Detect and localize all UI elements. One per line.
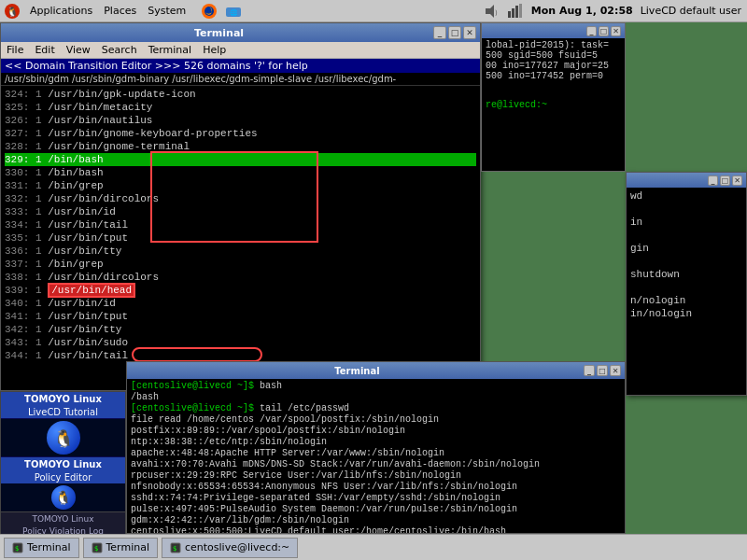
rt-line-4	[630, 229, 742, 242]
main-terminal-title: Terminal	[5, 27, 433, 39]
bt-line-pulse: pulse:x:497:495:PulseAudio System Daemon…	[131, 504, 621, 515]
edit-menu[interactable]: Edit	[29, 42, 60, 58]
taskbar-terminal-3[interactable]: $ centoslive@livecd:~	[162, 538, 298, 558]
tomoyo-tutorial-subheader: LiveCD Tutorial	[1, 406, 125, 419]
terminal-icon-2: $	[92, 542, 103, 553]
right-terminal-window: _ □ ✕ wd in gin shutdown n/nologin in/no…	[626, 172, 747, 396]
term-line-339: 339: 1 /usr/bin/head	[5, 284, 476, 297]
tomoyo-editor-header: TOMOYO Linux	[1, 456, 125, 471]
window-controls: _ □ ✕	[433, 26, 476, 39]
main-terminal-titlebar[interactable]: Terminal _ □ ✕	[1, 23, 480, 42]
svg-text:$: $	[94, 545, 98, 553]
clock: Mon Aug 1, 02:58	[531, 5, 633, 17]
places-menu[interactable]: Places	[98, 0, 142, 21]
taskbar-terminal-2[interactable]: $ Terminal	[83, 538, 159, 558]
svg-marker-6	[486, 5, 494, 18]
rt-minimize[interactable]: _	[708, 175, 718, 186]
term-line-336: 336: 1 /usr/bin/tty	[5, 245, 476, 258]
term-line-330: 330: 1 /bin/bash	[5, 166, 476, 179]
tomoyo-panel: TOMOYO Linux LiveCD Tutorial 🐧 TOMOYO Li…	[0, 391, 126, 536]
rt-line-2	[630, 203, 742, 216]
domain-bar: << Domain Transition Editor >>> 526 doma…	[1, 59, 480, 73]
tomoyo-tutorial-icon[interactable]: 🐧	[47, 421, 80, 455]
taskbar-label-1: Terminal	[27, 541, 71, 553]
bt-line-bash: [centoslive@livecd ~]$ bash	[131, 381, 621, 392]
taskbar-label-2: Terminal	[106, 541, 150, 553]
bt-line-ntp: ntp:x:38:38::/etc/ntp:/sbin/nologin	[131, 437, 621, 448]
system-menu[interactable]: System	[142, 0, 191, 21]
search-menu[interactable]: Search	[96, 42, 143, 58]
svg-text:$: $	[15, 545, 19, 553]
firefox-icon[interactable]	[199, 1, 219, 21]
bt-line-avahi: avahi:x:70:70:Avahi mDNS/DNS-SD Stack:/v…	[131, 459, 621, 470]
tomoyo-editor-icon-area: 🐧	[1, 483, 125, 511]
term-line-334: 334: 1 /usr/bin/tail	[5, 218, 476, 231]
network-status-icon[interactable]	[507, 3, 524, 20]
info-minimize[interactable]: _	[586, 26, 597, 36]
network-icon[interactable]: 🌐	[223, 1, 244, 21]
info-line-6: re@livecd:~	[486, 100, 621, 110]
info-line-3: 00 ino=177627 major=25	[486, 61, 621, 71]
term-line-324: 324: 1 /usr/bin/gpk-update-icon	[5, 88, 476, 101]
rt-line-5: gin	[630, 242, 742, 255]
right-terminal-content[interactable]: wd in gin shutdown n/nologin in/nologin	[627, 188, 746, 395]
taskbar-label-3: centoslive@livecd:~	[185, 541, 289, 553]
help-menu[interactable]: Help	[197, 42, 232, 58]
applications-menu[interactable]: Applications	[24, 0, 98, 21]
term-line-327: 327: 1 /usr/bin/gnome-keyboard-propertie…	[5, 127, 476, 140]
rt-maximize[interactable]: □	[720, 175, 730, 186]
tomoyo-violation-label: TOMOYO Linux	[1, 511, 125, 525]
taskbar-terminal-1[interactable]: $ Terminal	[4, 538, 79, 558]
tomoyo-tutorial-header: TOMOYO Linux	[1, 392, 125, 406]
term-line-342: 342: 1 /usr/bin/tty	[5, 323, 476, 336]
term-line-325: 325: 1 /usr/bin/metacity	[5, 101, 476, 114]
info-line-4: 500 ino=177452 perm=0	[486, 71, 621, 81]
maximize-button[interactable]: □	[448, 26, 461, 39]
tomoyo-editor-label[interactable]: Policy Editor	[1, 471, 125, 483]
bt-maximize[interactable]: □	[597, 365, 608, 376]
term-line-343: 343: 1 /usr/bin/sudo	[5, 336, 476, 349]
taskbar-right: ) Mon Aug 1, 02:58 LiveCD default user	[483, 3, 747, 20]
term-line-340: 340: 1 /usr/bin/id	[5, 297, 476, 310]
term-line-328: 328: 1 /usr/bin/gnome-terminal	[5, 140, 476, 153]
bt-minimize[interactable]: _	[584, 365, 595, 376]
info-close[interactable]: ✕	[611, 26, 621, 36]
svg-rect-8	[508, 11, 511, 18]
close-button[interactable]: ✕	[463, 26, 476, 39]
tomoyo-tutorial-icon-area: 🐧	[1, 419, 125, 456]
term-line-333: 333: 1 /usr/bin/id	[5, 205, 476, 218]
svg-text:$: $	[173, 545, 176, 553]
view-menu[interactable]: View	[61, 42, 96, 58]
bottom-terminal-content[interactable]: [centoslive@livecd ~]$ bash /bash [cento…	[127, 379, 625, 533]
svg-text:🌐: 🌐	[230, 8, 238, 17]
info-titlebar[interactable]: _ □ ✕	[482, 23, 625, 38]
rt-line-7: shutdown	[630, 268, 742, 281]
tomoyo-editor-icon[interactable]: 🐧	[51, 485, 76, 510]
volume-icon[interactable]: )	[483, 3, 500, 20]
term-line-329: 329: 1 /bin/bash	[5, 153, 476, 166]
terminal-menu[interactable]: Terminal	[143, 42, 198, 58]
svg-text:🐧: 🐧	[7, 6, 19, 18]
terminal-content[interactable]: 324: 1 /usr/bin/gpk-update-icon 325: 1 /…	[1, 86, 480, 385]
path-bar: /usr/sbin/gdm /usr/sbin/gdm-binary /usr/…	[1, 73, 480, 86]
file-menu[interactable]: File	[1, 42, 29, 58]
rt-line-10: in/nologin	[630, 307, 742, 320]
svg-text:): )	[495, 9, 498, 17]
terminal-icon-1: $	[12, 542, 23, 553]
info-maximize[interactable]: □	[599, 26, 609, 36]
bt-close[interactable]: ✕	[610, 365, 621, 376]
minimize-button[interactable]: _	[433, 26, 446, 39]
rt-close[interactable]: ✕	[732, 175, 742, 186]
bt-line-nfsnobody: nfsnobody:x:65534:65534:Anonymous NFS Us…	[131, 482, 621, 493]
bt-line-tail: [centoslive@livecd ~]$ tail /etc/passwd	[131, 403, 621, 414]
bottom-terminal-titlebar[interactable]: Terminal _ □ ✕	[127, 362, 625, 379]
bt-line-postfix: postfix:x:89:89::/var/spool/postfix:/sbi…	[131, 426, 621, 437]
rt-line-9: n/nologin	[630, 294, 742, 307]
term-line-341: 341: 1 /usr/bin/tput	[5, 310, 476, 323]
term-line-337: 337: 1 /bin/grep	[5, 258, 476, 271]
svg-rect-11	[519, 4, 522, 18]
right-terminal-titlebar[interactable]: _ □ ✕	[627, 173, 746, 188]
info-line-5	[486, 81, 621, 100]
info-line-2: 500 sgid=500 fsuid=5	[486, 50, 621, 61]
term-line-332: 332: 1 /usr/bin/dircolors	[5, 192, 476, 205]
